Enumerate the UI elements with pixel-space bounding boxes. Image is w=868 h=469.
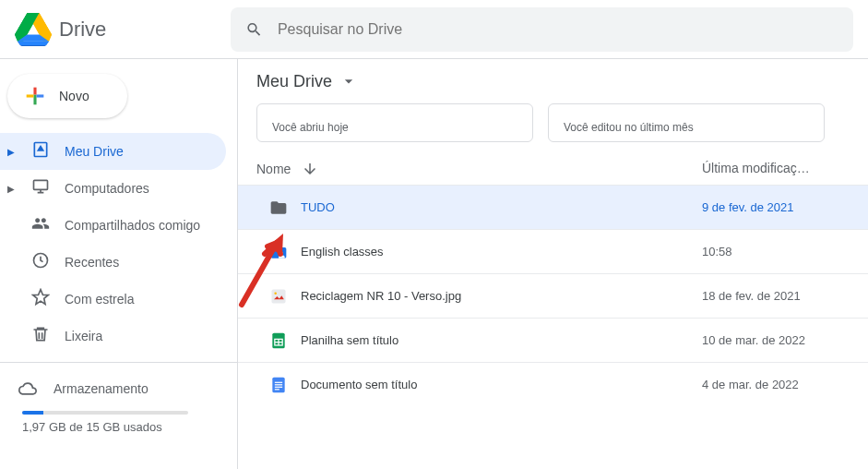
svg-rect-8 <box>272 289 286 303</box>
sidebar-item-meu-drive[interactable]: ▶Meu Drive <box>0 133 226 170</box>
breadcrumb-title: Meu Drive <box>256 72 332 91</box>
sort-arrow-icon <box>302 161 318 177</box>
file-icon <box>256 331 301 350</box>
storage-usage-text: 1,97 GB de 15 GB usados <box>22 420 215 434</box>
search-input[interactable] <box>278 21 838 38</box>
sidebar-item-lixeira[interactable]: Lixeira <box>0 318 226 355</box>
star-icon <box>31 288 50 310</box>
sidebar-item-label: Com estrela <box>65 292 134 307</box>
sidebar-item-label: Computadores <box>65 181 149 196</box>
app-header: Drive <box>0 0 868 59</box>
cloud-icon <box>18 379 37 398</box>
computer-icon <box>31 177 50 199</box>
expand-icon: ▶ <box>6 147 17 157</box>
svg-rect-5 <box>34 180 48 189</box>
plus-icon <box>22 83 48 109</box>
file-name: Reciclagem NR 10 - Verso.jpg <box>301 289 702 303</box>
breadcrumb[interactable]: Meu Drive <box>238 59 868 103</box>
sidebar-item-storage[interactable]: Armazenamento <box>18 370 215 407</box>
file-icon <box>256 198 301 217</box>
svg-rect-18 <box>275 389 279 390</box>
suggest-card[interactable]: Você abriu hoje <box>256 103 533 142</box>
file-row[interactable]: Reciclagem NR 10 - Verso.jpg18 de fev. d… <box>238 273 868 318</box>
file-name: English classes <box>301 245 702 259</box>
file-date: 10:58 <box>702 245 850 259</box>
storage-bar <box>22 411 188 415</box>
drive-icon <box>31 140 50 162</box>
new-button-label: Novo <box>59 89 89 103</box>
sidebar-item-label: Lixeira <box>65 329 102 343</box>
file-date: 9 de fev. de 2021 <box>702 200 850 214</box>
drive-logo-icon <box>15 11 52 48</box>
sidebar-item-label: Compartilhados comigo <box>65 218 200 233</box>
column-modified[interactable]: Última modificaç… <box>702 161 850 177</box>
clock-icon <box>31 251 50 273</box>
expand-icon: ▶ <box>6 184 17 194</box>
file-date: 18 de fev. de 2021 <box>702 289 850 303</box>
storage-label: Armazenamento <box>54 381 149 396</box>
svg-rect-17 <box>275 386 282 387</box>
file-date: 10 de mar. de 2022 <box>702 333 850 347</box>
column-header: Nome Última modificaç… <box>238 153 868 185</box>
dropdown-icon <box>339 72 358 90</box>
search-icon <box>245 20 263 39</box>
file-icon <box>256 243 301 261</box>
new-button[interactable]: Novo <box>7 74 127 118</box>
suggest-card[interactable]: Você editou no último mês <box>548 103 825 142</box>
svg-rect-15 <box>275 381 282 382</box>
logo[interactable]: Drive <box>15 11 231 48</box>
svg-point-7 <box>280 252 283 255</box>
nav-list: ▶Meu Drive▶ComputadoresCompartilhados co… <box>0 133 237 355</box>
file-row[interactable]: TUDO9 de fev. de 2021 <box>238 185 868 229</box>
main-panel: Meu Drive Você abriu hojeVocê editou no … <box>238 59 868 469</box>
suggest-row: Você abriu hojeVocê editou no último mês <box>238 103 868 153</box>
file-name: Planilha sem título <box>301 333 702 347</box>
sidebar-item-label: Meu Drive <box>65 144 124 159</box>
file-list: TUDO9 de fev. de 2021English classes10:5… <box>238 185 868 406</box>
file-icon <box>256 376 301 394</box>
file-row[interactable]: Documento sem título4 de mar. de 2022 <box>238 362 868 406</box>
sidebar-item-recentes[interactable]: Recentes <box>0 244 226 281</box>
sidebar: Novo ▶Meu Drive▶ComputadoresCompartilhad… <box>0 59 238 469</box>
svg-rect-16 <box>275 384 282 385</box>
trash-icon <box>31 325 50 347</box>
file-name: Documento sem título <box>301 378 702 391</box>
sidebar-item-compartilhados-comigo[interactable]: Compartilhados comigo <box>0 207 226 244</box>
column-name[interactable]: Nome <box>256 161 702 177</box>
sidebar-item-com-estrela[interactable]: Com estrela <box>0 281 226 318</box>
file-row[interactable]: English classes10:58 <box>238 229 868 273</box>
suggest-text: Você editou no último mês <box>564 121 694 134</box>
svg-point-9 <box>274 292 277 295</box>
sidebar-item-computadores[interactable]: ▶Computadores <box>0 170 226 207</box>
storage-section: Armazenamento 1,97 GB de 15 GB usados <box>0 370 237 434</box>
shared-icon <box>31 214 50 236</box>
search-bar[interactable] <box>231 7 853 52</box>
file-row[interactable]: Planilha sem título10 de mar. de 2022 <box>238 318 868 362</box>
svg-marker-0 <box>18 41 49 44</box>
sidebar-item-label: Recentes <box>65 255 119 270</box>
suggest-text: Você abriu hoje <box>272 121 349 134</box>
file-icon <box>256 287 301 306</box>
app-name: Drive <box>59 18 106 42</box>
file-name: TUDO <box>301 200 702 214</box>
file-date: 4 de mar. de 2022 <box>702 378 850 391</box>
